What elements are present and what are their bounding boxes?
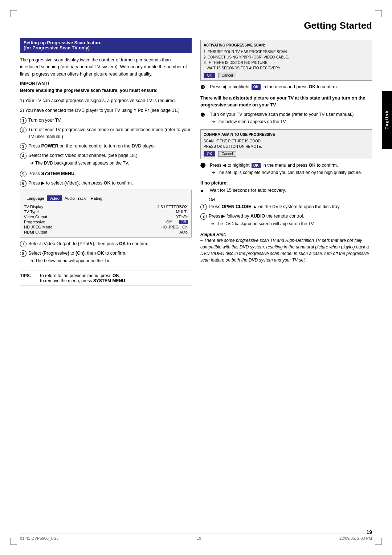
- menu-value-tvdisplay: 4:3 LETTERBOX: [157, 204, 188, 209]
- tab-audio: Audio Track: [62, 195, 88, 201]
- step-11-arrow: ➜ The set up is complete now and you can…: [212, 170, 372, 176]
- screenshot2-cancel-btn[interactable]: Cancel: [218, 151, 236, 157]
- step-3: 3 Press POWER on the remote control to t…: [20, 143, 192, 150]
- tips-content: To return to the previous menu, press OK…: [39, 273, 126, 283]
- step-circle-3: 3: [20, 143, 26, 150]
- step-4-content: Select the correct Video Input channel. …: [28, 152, 192, 168]
- step-10-content: Turn on your TV progressive scan mode (r…: [210, 111, 372, 127]
- tips-box: TIPS: To return to the previous menu, pr…: [20, 271, 192, 286]
- screenshot1-line4: WAIT 15 SECONDS FOR AUTO RECOVERY.: [204, 65, 369, 71]
- step-10-arrow: ➜ The below menu appears on the TV.: [212, 119, 372, 125]
- corner-mark-tl: [10, 10, 17, 17]
- step-circle-4: 4: [20, 153, 26, 159]
- page-title: Getting Started: [20, 20, 372, 31]
- prereq2: 2) You have connected the DVD player to …: [20, 107, 192, 114]
- menu-divider: [24, 203, 188, 203]
- tab-video: Video: [47, 195, 62, 201]
- step-5: 5 Press SYSTEM MENU.: [20, 170, 192, 177]
- footer-left: 01-41-DVP5900_US3: [20, 536, 58, 540]
- step-11-content: Press ◀ to highlight OK in the menu and …: [210, 162, 372, 178]
- menu-value-hdjpeg: HD JPEG: [162, 225, 179, 229]
- page-number: 19: [366, 529, 372, 535]
- step-9-text: Press ◀ to highlight OK in the menu and …: [210, 84, 372, 90]
- or-text: OR: [209, 197, 372, 202]
- step-a-numeral: ●: [200, 187, 208, 195]
- tips-label: TIPS:: [20, 273, 36, 283]
- step-11: ⓫ Press ◀ to highlight OK in the menu an…: [200, 162, 372, 178]
- step-circle-7: 7: [20, 241, 26, 247]
- menu-row-tvtype: TV Type MULTI: [24, 209, 188, 214]
- menu-label-progressive: Progressive: [24, 220, 45, 224]
- if-no-picture-heading: If no picture:: [200, 181, 372, 186]
- important-heading-text: Before enabling the progressive scan fea…: [20, 88, 158, 93]
- step-8-arrow-text: The below menu will appear on the TV.: [35, 258, 110, 264]
- step-11-numeral: ⓫: [200, 162, 208, 170]
- step-b2-text: Press ▶ followed by AUDIO the remote con…: [209, 214, 304, 219]
- menu-tabs: Language Video Audio Track Rating: [24, 195, 188, 201]
- screenshot1-line3: 3. IF THERE IS DISTORTED PICTURE: [204, 60, 369, 65]
- step-b2-content: Press ▶ followed by AUDIO the remote con…: [209, 213, 372, 228]
- menu-row-tvdisplay: TV Display 4:3 LETTERBOX: [24, 204, 188, 209]
- screenshot2-ok-btn[interactable]: OK: [204, 151, 215, 157]
- menu-row-hdjpeg: HD JPEG Mode HD JPEG On: [24, 224, 188, 230]
- corner-mark-tr: [375, 10, 382, 17]
- page: English 01-41-DVP5900_US3 19 22/09/05, 2…: [0, 0, 392, 555]
- step-1: 1 Turn on your TV.: [20, 117, 192, 124]
- two-col-layout: Setting up Progressive Scan feature (for…: [20, 38, 372, 286]
- menu-label-videooutput: Video Output: [24, 215, 47, 219]
- step-9: ❾ Press ◀ to highlight OK in the menu an…: [200, 84, 372, 91]
- arrow-symbol-b2: ➜: [211, 221, 214, 227]
- step-7: 7 Select {Video Output} to {YPbPr}, then…: [20, 240, 192, 247]
- corner-mark-br: [375, 538, 382, 545]
- step-a-text: Wait for 15 seconds for auto recovery.: [210, 187, 372, 194]
- step-8: 8 Select {Progressive} to {On}, then OK …: [20, 250, 192, 266]
- ok-badge-11: OK: [252, 163, 261, 168]
- tips-line2: To remove the menu, press SYSTEM MENU.: [39, 278, 126, 283]
- step-8-text: Select {Progressive} to {On}, then OK to…: [28, 251, 126, 256]
- menu-value-progressive-off2: Off: [179, 220, 188, 224]
- tips-line1: To return to the previous menu, press OK…: [39, 273, 126, 278]
- helpful-hint-text: – There are some progressive scan TV and…: [200, 237, 372, 263]
- screenshot1-line1: 1. ENSURE YOUR TV HAS PROGRESSIVE SCAN.: [204, 49, 369, 54]
- step-10-arrow-text: The below menu appears on the TV.: [217, 119, 287, 125]
- step-b1-text: Press OPEN CLOSE ▲ on the DVD system to …: [209, 203, 372, 210]
- prereq1: 1) Your TV can accept progressive signal…: [20, 97, 192, 104]
- step-circle-8: 8: [20, 250, 26, 257]
- step-5-text: Press SYSTEM MENU.: [28, 170, 192, 177]
- step-2-text: Turn off your TV progressive scan mode o…: [28, 126, 192, 140]
- screenshot1-buttons: OK Cancel: [204, 73, 369, 78]
- distorted-notice: There will be a distorted picture on you…: [200, 95, 372, 109]
- step-a: ● Wait for 15 seconds for auto recovery.: [200, 187, 372, 195]
- arrow-symbol-11: ➜: [212, 170, 215, 176]
- menu-label-tvtype: TV Type: [24, 210, 39, 214]
- screenshot1-cancel-btn[interactable]: Cancel: [218, 73, 236, 78]
- menu-row-videooutput: Video Output YPbPr: [24, 214, 188, 219]
- helpful-hint-label: Helpful Hint:: [200, 232, 372, 237]
- menu-row-progressive: Progressive Off Off: [24, 219, 188, 224]
- important-label: IMPORTANT!: [20, 81, 192, 86]
- menu-value-tvtype: MULTI: [176, 210, 188, 214]
- step-10-numeral: ❿: [200, 111, 208, 119]
- step-circle-2: 2: [20, 127, 26, 133]
- ok-badge-9: OK: [252, 84, 261, 90]
- screenshot2-buttons: OK Cancel: [204, 151, 369, 157]
- left-column: Setting up Progressive Scan feature (for…: [20, 38, 192, 286]
- screenshot1-line2: 2. CONNECT USING YPBPR (QBR) VIDEO CABLE…: [204, 54, 369, 60]
- section-header-box: Setting up Progressive Scan feature (for…: [20, 38, 192, 53]
- screenshot1-ok-btn[interactable]: OK: [204, 73, 215, 78]
- menu-value-videooutput: YPbPr: [176, 215, 188, 219]
- video-menu-box: Language Video Audio Track Rating TV Dis…: [20, 190, 192, 238]
- step-6-text: Press ▶ to select {Video}, then press OK…: [28, 180, 192, 187]
- corner-mark-bl: [10, 538, 17, 545]
- arrow-symbol-10: ➜: [212, 119, 215, 125]
- menu-row-hdmi: HDMI Output Auto: [24, 230, 188, 235]
- arrow-symbol-8: ➜: [30, 258, 34, 264]
- side-tab-label: English: [385, 110, 389, 130]
- menu-value-hdjpeg-on: On: [182, 225, 188, 229]
- language-side-tab: English: [382, 91, 392, 149]
- step-circle-6: 6: [20, 180, 26, 187]
- footer-right: 22/09/05, 2:08 PM: [339, 536, 372, 540]
- screenshot2-line2: PRESS OK BUTTON ON REMOTE.: [204, 144, 369, 149]
- screenshot-1: ACTIVATING PROGRESSIVE SCAN: 1. ENSURE Y…: [200, 40, 372, 81]
- menu-value-progressive-wrap: Off Off: [166, 220, 188, 224]
